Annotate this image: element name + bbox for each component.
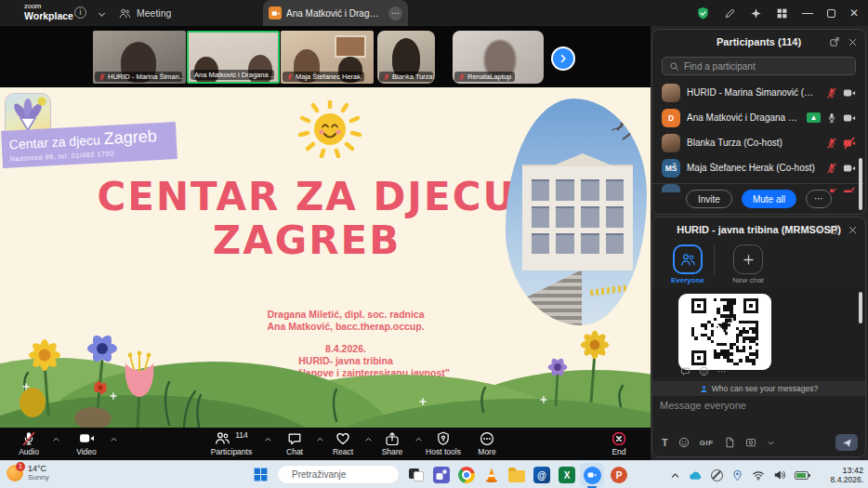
slide-title-line1: CENTAR ZA DJECU bbox=[28, 175, 585, 218]
person-icon bbox=[700, 385, 708, 393]
mic-muted-icon[interactable] bbox=[826, 163, 837, 174]
minimize-button[interactable]: — bbox=[802, 7, 813, 20]
tab-meeting[interactable]: Meeting bbox=[119, 0, 171, 26]
end-button[interactable]: End bbox=[600, 430, 638, 456]
camera-on-icon[interactable] bbox=[843, 86, 856, 99]
participant-search[interactable] bbox=[662, 57, 856, 75]
video-thumbnail[interactable]: Blanka Turza bbox=[377, 31, 435, 84]
location-icon[interactable] bbox=[731, 469, 743, 481]
mute-all-button[interactable]: Mute all bbox=[742, 190, 796, 208]
popout-icon[interactable] bbox=[829, 224, 840, 235]
chat-message-input[interactable] bbox=[660, 400, 858, 435]
mic-on-icon[interactable] bbox=[826, 112, 837, 124]
ai-companion-icon[interactable] bbox=[750, 7, 762, 20]
chrome-app-icon[interactable] bbox=[457, 466, 476, 484]
taskbar-search-input[interactable] bbox=[292, 469, 414, 480]
tray-chevron-up-icon[interactable] bbox=[670, 470, 680, 481]
video-thumbnail[interactable]: RenataLaptop bbox=[453, 31, 544, 84]
chevron-down-icon[interactable] bbox=[97, 9, 107, 20]
heart-icon bbox=[335, 431, 350, 446]
camera-off-icon[interactable] bbox=[843, 137, 856, 150]
chat-more-icon[interactable]: ⋯ bbox=[812, 225, 822, 235]
more-button[interactable]: More bbox=[468, 430, 506, 456]
powerpoint-app-icon[interactable]: P bbox=[610, 466, 628, 484]
thumbnail-name: Ana Matković i Dragana ... bbox=[194, 71, 274, 79]
next-page-arrow-button[interactable] bbox=[553, 48, 573, 69]
share-button[interactable]: Share bbox=[372, 430, 413, 456]
onedrive-cloud-icon[interactable] bbox=[689, 468, 703, 482]
taskbar-clock[interactable]: 13:42 8.4.2026. bbox=[831, 466, 863, 484]
taskbar-search[interactable] bbox=[277, 465, 400, 484]
emoji-react-icon[interactable] bbox=[699, 366, 709, 376]
security-shield-icon[interactable] bbox=[696, 7, 710, 20]
camera-on-icon[interactable] bbox=[843, 112, 856, 125]
reply-icon[interactable] bbox=[680, 366, 690, 376]
close-panel-icon[interactable] bbox=[848, 37, 858, 47]
mic-muted-icon[interactable] bbox=[826, 87, 837, 99]
send-message-button[interactable] bbox=[835, 434, 858, 451]
weather-widget[interactable]: 1 14°C Sunny bbox=[7, 464, 49, 481]
wifi-icon[interactable] bbox=[752, 468, 765, 481]
participant-row[interactable]: MŠ Maja Štefanec Herak (Co-host) bbox=[652, 155, 865, 180]
teams-app-icon[interactable] bbox=[432, 466, 451, 484]
camera-on-icon[interactable] bbox=[843, 162, 856, 175]
vlc-app-icon[interactable] bbox=[482, 466, 501, 484]
video-thumbnail-active-speaker[interactable]: Ana Matković i Dragana ... bbox=[187, 31, 280, 84]
participant-row[interactable]: HURID - Marina Šimanović (Host, me) bbox=[652, 80, 865, 105]
participants-more-button[interactable]: ⋯ bbox=[806, 190, 832, 208]
popout-icon[interactable] bbox=[829, 36, 840, 47]
mic-muted-icon[interactable] bbox=[826, 138, 837, 149]
participant-search-input[interactable] bbox=[684, 61, 848, 72]
video-thumbnail[interactable]: Maja Štefanec Herak bbox=[281, 31, 374, 84]
format-text-icon[interactable]: T bbox=[662, 437, 668, 448]
tab-everyone[interactable]: Everyone bbox=[664, 244, 712, 284]
invite-button[interactable]: Invite bbox=[686, 190, 732, 208]
participant-row[interactable]: Blanka Turza (Co-host) bbox=[652, 130, 865, 155]
participants-panel: Participants (114) HURID - Marina Šimano… bbox=[651, 29, 866, 215]
audio-options-chevron[interactable] bbox=[52, 435, 60, 443]
thumbnail-name: HURID - Marina Šiman... bbox=[108, 73, 182, 81]
notes-pencil-icon[interactable] bbox=[724, 7, 736, 20]
tab-active-meeting[interactable]: Ana Matković i Dragana Miletić's ⋯ bbox=[263, 0, 408, 26]
participant-row[interactable]: D Ana Matković i Dragana Milet... (Co-ho… bbox=[652, 105, 865, 130]
side-panels: Participants (114) HURID - Marina Šimano… bbox=[651, 26, 868, 460]
react-button[interactable]: React bbox=[323, 430, 362, 456]
meadow-illustration bbox=[0, 302, 651, 428]
zoom-app-icon-active[interactable] bbox=[583, 466, 601, 484]
tree-branches bbox=[506, 99, 647, 182]
message-more-icon[interactable]: ⋯ bbox=[717, 366, 727, 376]
chat-button[interactable]: Chat bbox=[275, 430, 314, 456]
emoji-icon[interactable] bbox=[678, 437, 690, 448]
excel-app-icon[interactable]: X bbox=[558, 466, 576, 484]
close-window-button[interactable]: ✕ bbox=[849, 7, 859, 20]
participants-scrollbar[interactable] bbox=[859, 158, 862, 210]
participants-options-chevron[interactable] bbox=[264, 435, 272, 443]
file-explorer-icon[interactable] bbox=[507, 466, 526, 484]
audio-button[interactable]: Audio bbox=[7, 430, 50, 456]
restore-button[interactable] bbox=[827, 9, 835, 18]
tab-options-icon[interactable]: ⋯ bbox=[388, 7, 402, 20]
attach-file-icon[interactable] bbox=[724, 437, 735, 448]
gif-icon[interactable]: GIF bbox=[700, 439, 714, 447]
chat-scrollbar[interactable] bbox=[859, 292, 862, 323]
status-slashed-icon[interactable] bbox=[711, 469, 723, 481]
host-tools-button[interactable]: Host tools bbox=[420, 430, 467, 456]
speaker-icon[interactable] bbox=[773, 468, 786, 481]
search-icon bbox=[669, 61, 679, 72]
start-button[interactable] bbox=[253, 467, 269, 482]
outlook-app-icon[interactable]: @ bbox=[533, 466, 551, 484]
video-options-chevron[interactable] bbox=[110, 435, 118, 443]
screenshot-icon[interactable] bbox=[745, 437, 756, 448]
close-panel-icon[interactable] bbox=[848, 225, 858, 235]
participants-button[interactable]: 114 Participants bbox=[203, 430, 260, 456]
video-button[interactable]: Video bbox=[65, 430, 108, 456]
tab-new-chat[interactable]: New chat bbox=[724, 244, 772, 284]
attach-options-chevron[interactable] bbox=[767, 439, 775, 447]
chat-privacy-notice[interactable]: Who can see your messages? bbox=[652, 381, 865, 396]
task-view-button[interactable] bbox=[407, 466, 426, 484]
info-icon[interactable]: i bbox=[74, 7, 86, 19]
building-photo bbox=[506, 99, 647, 325]
apps-grid-icon[interactable] bbox=[776, 7, 788, 20]
battery-icon[interactable] bbox=[795, 471, 809, 480]
video-thumbnail[interactable]: HURID - Marina Šiman... bbox=[93, 31, 186, 84]
